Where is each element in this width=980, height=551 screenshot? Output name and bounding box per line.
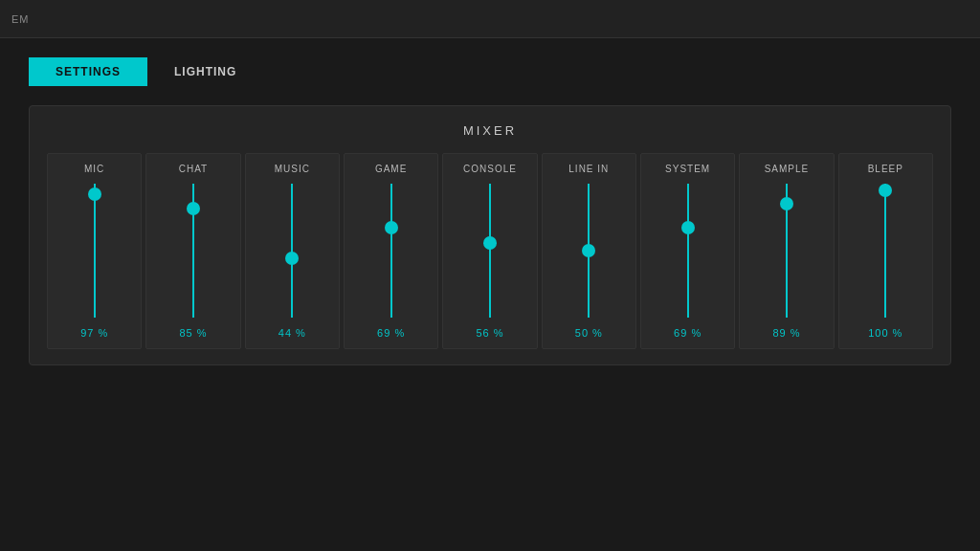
slider-track-mic[interactable] [94, 184, 96, 318]
slider-container-bleep[interactable] [845, 184, 926, 318]
slider-knob-bleep[interactable] [879, 184, 892, 197]
channel-label-bleep: BLEEP [868, 164, 903, 174]
slider-track-bleep[interactable] [884, 184, 886, 318]
top-bar: EM [0, 0, 980, 38]
slider-container-sample[interactable] [746, 184, 827, 318]
slider-knob-system[interactable] [681, 221, 695, 234]
channels-container: MIC 97 % CHAT 85 % MUSIC 44 % [45, 153, 935, 349]
mixer-panel: MIXER MIC 97 % CHAT 85 % MUSIC [29, 105, 951, 365]
slider-container-system[interactable] [647, 184, 728, 318]
channel-value-mic: 97 % [80, 327, 108, 339]
slider-knob-sample[interactable] [780, 197, 793, 210]
slider-knob-line-in[interactable] [582, 244, 595, 257]
channel-system: SYSTEM 69 % [640, 153, 735, 349]
slider-knob-console[interactable] [483, 236, 497, 250]
slider-track-console[interactable] [489, 184, 491, 318]
channel-music: MUSIC 44 % [245, 153, 340, 349]
slider-knob-chat[interactable] [187, 202, 200, 215]
channel-game: GAME 69 % [344, 153, 438, 349]
tab-settings[interactable]: SETTINGS [29, 57, 147, 86]
channel-value-game: 69 % [377, 327, 405, 339]
channel-label-sample: SAMPLE [765, 164, 810, 174]
slider-container-music[interactable] [252, 184, 333, 318]
slider-track-game[interactable] [390, 184, 392, 318]
slider-container-console[interactable] [449, 184, 530, 318]
slider-track-sample[interactable] [786, 184, 788, 318]
channel-sample: SAMPLE 89 % [739, 153, 834, 349]
channel-chat: CHAT 85 % [145, 153, 240, 349]
slider-track-line-in[interactable] [588, 184, 590, 318]
slider-knob-music[interactable] [285, 252, 299, 265]
channel-value-music: 44 % [278, 327, 306, 339]
main-content: SETTINGS LIGHTING MIXER MIC 97 % CHAT 85… [0, 38, 980, 385]
slider-track-system[interactable] [687, 184, 689, 318]
channel-value-console: 56 % [476, 327, 503, 339]
channel-label-console: CONSOLE [463, 164, 517, 174]
slider-track-chat[interactable] [192, 184, 194, 318]
top-bar-title: EM [11, 13, 30, 25]
channel-label-chat: CHAT [179, 164, 208, 174]
channel-label-system: SYSTEM [665, 164, 710, 174]
channel-value-sample: 89 % [772, 327, 800, 339]
slider-knob-game[interactable] [385, 221, 398, 234]
tab-lighting[interactable]: LIGHTING [147, 57, 263, 86]
slider-container-line-in[interactable] [548, 184, 630, 318]
slider-knob-mic[interactable] [88, 187, 101, 201]
channel-value-system: 69 % [674, 327, 702, 339]
slider-container-chat[interactable] [152, 184, 234, 318]
channel-value-bleep: 100 % [868, 327, 902, 339]
tabs-bar: SETTINGS LIGHTING [29, 57, 951, 86]
channel-label-music: MUSIC [275, 164, 310, 174]
channel-value-line-in: 50 % [575, 327, 603, 339]
channel-bleep: BLEEP 100 % [838, 153, 933, 349]
channel-value-chat: 85 % [179, 327, 207, 339]
channel-mic: MIC 97 % [47, 153, 142, 349]
channel-line-in: LINE IN 50 % [542, 153, 636, 349]
mixer-title: MIXER [45, 123, 935, 138]
channel-label-game: GAME [375, 164, 407, 174]
slider-container-game[interactable] [350, 184, 432, 318]
slider-track-music[interactable] [291, 184, 293, 318]
channel-console: CONSOLE 56 % [442, 153, 537, 349]
slider-container-mic[interactable] [54, 184, 135, 318]
channel-label-mic: MIC [84, 164, 104, 174]
channel-label-line-in: LINE IN [568, 164, 609, 174]
